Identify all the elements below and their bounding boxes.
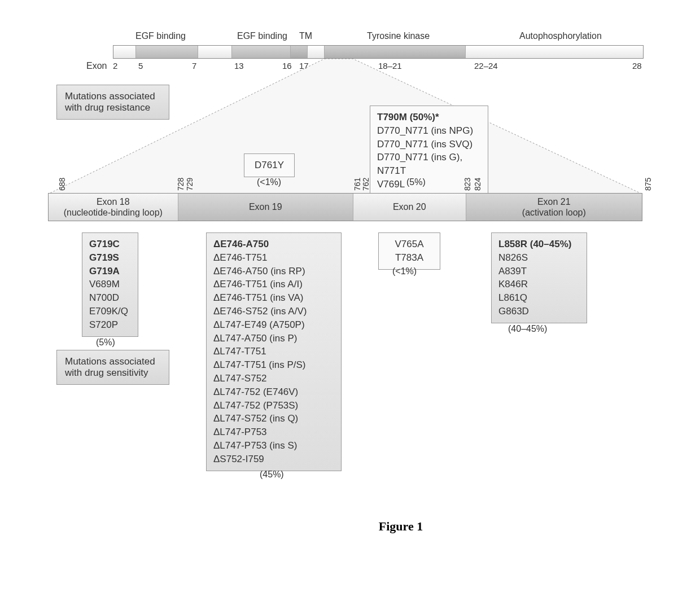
mut-dl747-s752-q: ΔL747-S752 (ins Q) <box>213 412 334 425</box>
mut-s720p: S720P <box>89 318 131 332</box>
exon21-title: Exon 21 <box>537 196 571 207</box>
sensitivity-exon21-box: L858R (40–45%) N826S A839T K846R L861Q G… <box>491 232 587 323</box>
pos-688: 688 <box>58 178 67 191</box>
domain-seg-autophos <box>466 46 643 58</box>
exon20-seg: Exon 20 <box>353 194 466 221</box>
pct-sensitivity-exon20: (<1%) <box>392 266 417 276</box>
resistance-exon19-box: D761Y <box>244 153 295 177</box>
sensitivity-exon19-box: ΔE746-A750 ΔE746-T751 ΔE746-A750 (ins RP… <box>206 232 342 471</box>
mut-g719a: G719A <box>89 265 131 278</box>
sensitivity-exon20-box: V765A T783A <box>378 232 440 270</box>
mut-k846r: K846R <box>498 278 580 291</box>
exon18-seg: Exon 18 (nucleotide-binding loop) <box>49 194 178 221</box>
mut-d770-svq: D770_N771 (ins SVQ) <box>377 138 481 151</box>
sensitivity-exon18-box: G719C G719S G719A V689M N700D E709K/Q S7… <box>82 232 138 337</box>
mut-t790m: T790M (50%)* <box>377 111 481 124</box>
mut-d770-g: D770_N771 (ins G), N771T <box>377 151 481 178</box>
pos-761: 761 <box>353 178 362 191</box>
domain-seg-tm <box>291 46 308 58</box>
svg-marker-0 <box>48 59 642 194</box>
mut-a839t: A839T <box>498 265 580 278</box>
mut-d770-npg: D770_N771 (ins NPG) <box>377 124 481 138</box>
domain-label-egf1: EGF binding <box>135 31 186 41</box>
pct-sensitivity-exon19: (45%) <box>260 469 284 480</box>
figure-container: EGF binding EGF binding TM Tyrosine kina… <box>0 0 700 597</box>
pct-sensitivity-exon21: (40–45%) <box>508 324 547 334</box>
exon19-title: Exon 19 <box>249 201 282 212</box>
pos-762: 762 <box>361 178 370 191</box>
mut-de746-t751: ΔE746-T751 <box>213 251 334 265</box>
pos-728: 728 <box>176 178 185 191</box>
pct-resistance-exon19: (<1%) <box>257 177 281 187</box>
exon21-subtitle: (activation loop) <box>522 207 586 218</box>
mut-d761y: D761Y <box>255 160 284 170</box>
mut-de746-s752-av: ΔE746-S752 (ins A/V) <box>213 305 334 318</box>
domain-seg-gap1 <box>198 46 232 58</box>
mut-g719s: G719S <box>89 251 131 265</box>
domain-label-autophos: Autophosphorylation <box>519 31 602 41</box>
domain-seg-egf1 <box>136 46 198 58</box>
domain-label-egf2: EGF binding <box>237 31 287 41</box>
pct-resistance-exon20: (5%) <box>406 177 426 187</box>
pos-823: 823 <box>463 178 472 191</box>
mut-dl747-e749: ΔL747-E749 (A750P) <box>213 318 334 332</box>
mut-de746-t751-ai: ΔE746-T751 (ins A/I) <box>213 278 334 291</box>
exon18-subtitle: (nucleotide-binding loop) <box>64 207 163 218</box>
mut-l858r: L858R (40–45%) <box>498 238 580 251</box>
domain-label-tm: TM <box>299 31 312 41</box>
zoom-trapezoid <box>48 59 642 194</box>
mut-de746-t751-va: ΔE746-T751 (ins VA) <box>213 291 334 305</box>
legend-sensitivity-box: Mutations associated with drug sensitivi… <box>56 350 169 385</box>
mut-v689m: V689M <box>89 278 131 291</box>
mut-g719c: G719C <box>89 238 131 251</box>
mut-dl747-752-p753s: ΔL747-752 (P753S) <box>213 399 334 412</box>
mut-t783a: T783A <box>386 251 433 265</box>
mut-n700d: N700D <box>89 291 131 305</box>
pos-875: 875 <box>644 178 653 191</box>
mut-ds752-i759: ΔS752-I759 <box>213 453 334 466</box>
mut-de746-a750-rp: ΔE746-A750 (ins RP) <box>213 265 334 278</box>
domain-seg-egf2 <box>232 46 291 58</box>
mut-dl747-t751-ps: ΔL747-T751 (ins P/S) <box>213 358 334 372</box>
mut-g863d: G863D <box>498 305 580 318</box>
mut-dl747-a750-p: ΔL747-A750 (ins P) <box>213 332 334 345</box>
exon18-title: Exon 18 <box>97 196 130 207</box>
legend-sensitivity-text: Mutations associated with drug sensitivi… <box>65 356 155 378</box>
exon20-title: Exon 20 <box>393 201 426 212</box>
domain-seg-pre <box>113 46 136 58</box>
mut-v765a: V765A <box>386 238 433 251</box>
mut-l861q: L861Q <box>498 291 580 305</box>
mut-e709kq: E709K/Q <box>89 305 131 318</box>
pos-824: 824 <box>473 178 482 191</box>
mut-dl747-t751: ΔL747-T751 <box>213 345 334 358</box>
mut-dl747-p753: ΔL747-P753 <box>213 425 334 439</box>
mut-dl747-752-e746v: ΔL747-752 (E746V) <box>213 385 334 399</box>
domain-label-tk: Tyrosine kinase <box>367 31 430 41</box>
mut-n826s: N826S <box>498 251 580 265</box>
exon-detail-bar: Exon 18 (nucleotide-binding loop) Exon 1… <box>48 193 642 221</box>
mut-dl747-p753-s: ΔL747-P753 (ins S) <box>213 439 334 453</box>
legend-resistance-text: Mutations associated with drug resistanc… <box>65 91 155 113</box>
exon19-seg: Exon 19 <box>178 194 353 221</box>
domain-seg-gap2 <box>308 46 325 58</box>
mut-de746-a750: ΔE746-A750 <box>213 238 334 251</box>
legend-resistance-box: Mutations associated with drug resistanc… <box>56 85 169 120</box>
pos-729: 729 <box>185 178 194 191</box>
mut-dl747-s752: ΔL747-S752 <box>213 372 334 385</box>
figure-caption: Figure 1 <box>51 519 700 534</box>
domain-seg-tk <box>325 46 465 58</box>
domain-bar <box>113 45 644 59</box>
pct-sensitivity-exon18: (5%) <box>96 337 115 348</box>
exon21-seg: Exon 21 (activation loop) <box>466 194 642 221</box>
